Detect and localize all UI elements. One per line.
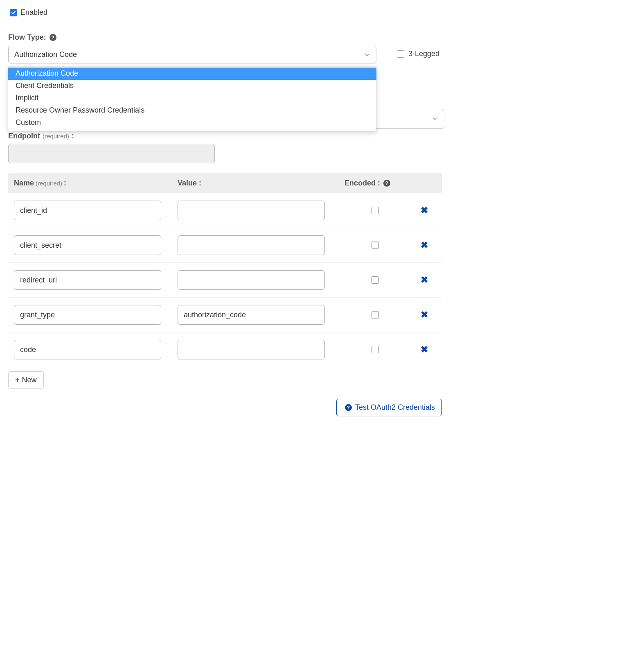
new-button[interactable]: + New — [8, 371, 44, 389]
delete-row-icon[interactable]: ✖ — [421, 344, 428, 355]
enabled-checkbox[interactable] — [10, 9, 17, 16]
param-encoded-checkbox[interactable] — [372, 346, 379, 353]
flow-type-option[interactable]: Resource Owner Password Credentials — [8, 104, 376, 117]
endpoint-label: Endpoint — [8, 132, 40, 140]
param-value-input[interactable] — [178, 305, 325, 325]
delete-row-icon[interactable]: ✖ — [421, 309, 428, 320]
flow-type-option[interactable]: Client Credentials — [8, 80, 376, 92]
three-legged-label: 3-Legged — [408, 50, 439, 58]
param-name-input[interactable] — [14, 270, 161, 290]
th-encoded: Encoded : — [345, 179, 380, 187]
param-value-input[interactable] — [178, 340, 325, 359]
enabled-label: Enabled — [20, 8, 47, 17]
table-row: ✖ — [8, 298, 442, 332]
chevron-down-icon — [364, 52, 370, 58]
table-header: Name (required) : Value : Encoded : ? — [8, 173, 442, 193]
flow-type-option[interactable]: Authorization Code — [8, 68, 376, 80]
help-icon[interactable]: ? — [50, 34, 56, 41]
delete-row-icon[interactable]: ✖ — [421, 240, 428, 251]
test-button-label: Test OAuth2 Credentials — [355, 403, 435, 412]
param-encoded-checkbox[interactable] — [372, 242, 379, 249]
param-name-input[interactable] — [14, 305, 161, 325]
param-encoded-checkbox[interactable] — [372, 207, 379, 214]
flow-type-label: Flow Type: — [8, 33, 46, 42]
delete-row-icon[interactable]: ✖ — [421, 275, 428, 285]
test-credentials-button[interactable]: ? Test OAuth2 Credentials — [336, 399, 442, 416]
param-encoded-checkbox[interactable] — [372, 276, 379, 284]
param-name-input[interactable] — [14, 201, 161, 220]
endpoint-input[interactable] — [8, 144, 215, 163]
flow-type-select[interactable]: Authorization Code — [8, 46, 376, 63]
param-value-input[interactable] — [178, 201, 325, 220]
endpoint-required: (required) — [43, 133, 69, 140]
chevron-down-icon — [432, 115, 438, 122]
flow-type-option[interactable]: Custom — [8, 117, 376, 129]
param-value-input[interactable] — [178, 235, 325, 255]
delete-row-icon[interactable]: ✖ — [421, 205, 428, 216]
new-button-label: New — [22, 376, 37, 384]
table-row: ✖ — [8, 263, 442, 298]
th-name: Name — [14, 179, 34, 187]
help-icon[interactable]: ? — [383, 180, 390, 187]
param-value-input[interactable] — [178, 270, 325, 290]
three-legged-checkbox[interactable] — [397, 50, 404, 58]
plus-icon: + — [15, 376, 20, 384]
endpoint-colon: : — [72, 132, 74, 140]
param-encoded-checkbox[interactable] — [372, 311, 379, 318]
table-row: ✖ — [8, 228, 442, 263]
flow-type-option[interactable]: Implicit — [8, 92, 376, 104]
table-row: ✖ — [8, 332, 442, 367]
table-row: ✖ — [8, 193, 442, 228]
th-value: Value : — [178, 179, 201, 187]
flow-type-dropdown: Authorization Code Client Credentials Im… — [8, 67, 376, 131]
param-name-input[interactable] — [14, 340, 161, 359]
help-icon: ? — [345, 404, 352, 411]
th-name-required: (required) — [36, 180, 62, 187]
flow-type-selected: Authorization Code — [14, 50, 77, 59]
param-name-input[interactable] — [14, 235, 161, 255]
